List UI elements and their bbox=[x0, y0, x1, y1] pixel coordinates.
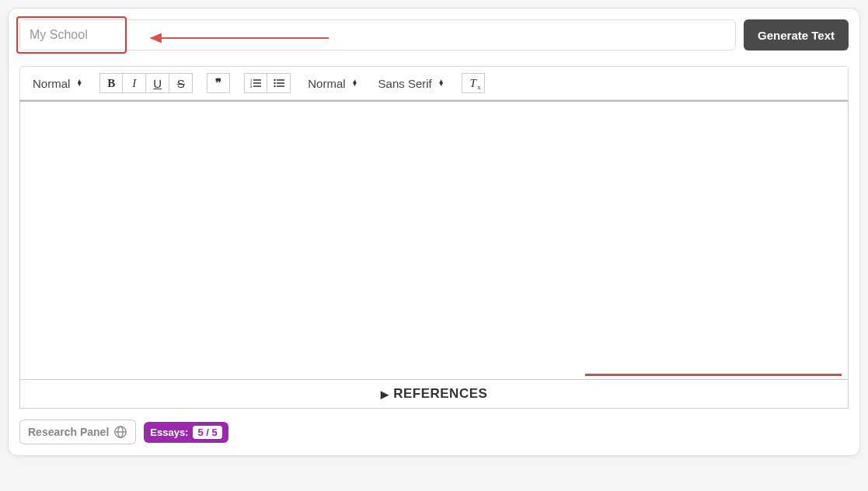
clear-format-button[interactable]: Tx bbox=[462, 73, 485, 93]
clear-format-group: Tx bbox=[462, 73, 485, 93]
font-select[interactable]: Sans Serif ▲▼ bbox=[375, 75, 448, 92]
svg-point-9 bbox=[274, 82, 275, 84]
annotation-underline bbox=[585, 374, 842, 376]
unordered-list-icon bbox=[274, 78, 284, 88]
caret-sort-icon: ▲▼ bbox=[438, 80, 444, 86]
ordered-list-icon: 123 bbox=[250, 78, 261, 88]
heading-select-label: Normal bbox=[33, 77, 70, 90]
top-row: Generate Text bbox=[19, 19, 849, 50]
editor-panel: Generate Text Normal ▲▼ B I U S ❞ 123 No… bbox=[8, 8, 860, 456]
caret-sort-icon: ▲▼ bbox=[76, 80, 82, 86]
editor-textarea[interactable] bbox=[19, 100, 849, 380]
italic-button[interactable]: I bbox=[123, 73, 146, 93]
font-select-label: Sans Serif bbox=[378, 77, 432, 90]
globe-icon bbox=[113, 425, 127, 439]
references-label: REFERENCES bbox=[393, 386, 487, 401]
align-select[interactable]: Normal ▲▼ bbox=[305, 75, 361, 92]
triangle-right-icon: ▶ bbox=[381, 388, 389, 400]
svg-point-7 bbox=[274, 79, 275, 81]
caret-sort-icon: ▲▼ bbox=[352, 80, 358, 86]
blockquote-button[interactable]: ❞ bbox=[207, 73, 230, 93]
unordered-list-button[interactable] bbox=[267, 73, 291, 93]
topic-input-wrap bbox=[19, 19, 736, 50]
bold-button[interactable]: B bbox=[99, 73, 123, 93]
research-panel-button[interactable]: Research Panel bbox=[19, 420, 136, 444]
text-style-group: B I U S bbox=[99, 73, 193, 93]
essays-label: Essays: bbox=[150, 427, 188, 438]
svg-point-11 bbox=[274, 85, 275, 87]
topic-input[interactable] bbox=[19, 19, 736, 50]
essays-count: 5 / 5 bbox=[193, 426, 221, 439]
research-panel-label: Research Panel bbox=[28, 426, 109, 438]
svg-text:3: 3 bbox=[250, 85, 253, 88]
underline-button[interactable]: U bbox=[146, 73, 169, 93]
heading-select[interactable]: Normal ▲▼ bbox=[30, 75, 85, 92]
bottom-row: Research Panel Essays: 5 / 5 bbox=[19, 420, 849, 444]
list-group: 123 bbox=[244, 73, 291, 93]
quote-group: ❞ bbox=[207, 73, 230, 93]
editor-toolbar: Normal ▲▼ B I U S ❞ 123 Normal ▲▼ Sans S… bbox=[19, 66, 849, 100]
generate-text-button[interactable]: Generate Text bbox=[744, 19, 849, 50]
align-select-label: Normal bbox=[308, 77, 345, 90]
strikethrough-button[interactable]: S bbox=[169, 73, 193, 93]
references-toggle[interactable]: ▶REFERENCES bbox=[19, 380, 849, 409]
essays-badge: Essays: 5 / 5 bbox=[144, 422, 228, 443]
ordered-list-button[interactable]: 123 bbox=[244, 73, 267, 93]
